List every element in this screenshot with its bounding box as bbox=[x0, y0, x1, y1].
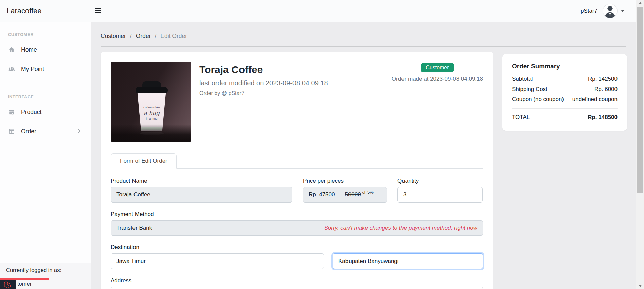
total-label: TOTAL bbox=[512, 114, 530, 121]
price-current: Rp. 47500 bbox=[309, 191, 335, 198]
sidebar-item-home[interactable]: Home bbox=[0, 43, 91, 56]
breadcrumb-separator: / bbox=[155, 33, 156, 40]
home-icon bbox=[8, 46, 15, 53]
scroll-down-button[interactable] bbox=[636, 283, 644, 289]
destination-province-field[interactable] bbox=[111, 253, 324, 269]
summary-value: undefined coupon bbox=[572, 96, 618, 103]
price-discount: 5% bbox=[367, 190, 374, 195]
summary-label: Shipping Cost bbox=[512, 86, 547, 93]
sidebar-item-order[interactable]: Order bbox=[0, 125, 91, 138]
store-icon bbox=[8, 108, 15, 116]
app-brand: Laracoffee bbox=[7, 0, 42, 22]
tab-form-of-edit-order[interactable]: Form of Edit Order bbox=[111, 153, 177, 169]
order-by-text: Order by @ pStar7 bbox=[199, 90, 328, 96]
summary-row-coupon: Coupon (no coupon) undefined coupon bbox=[512, 96, 618, 103]
order-made-text: Order made at 2023-09-08 04:09:18 bbox=[392, 76, 483, 82]
product-name-label: Product Name bbox=[111, 178, 292, 184]
breadcrumb-customer[interactable]: Customer bbox=[101, 33, 126, 40]
status-badge: Customer bbox=[421, 63, 454, 72]
quantity-label: Quantity bbox=[397, 178, 483, 184]
sidebar-item-label: Home bbox=[21, 46, 37, 53]
edit-order-card: coffee is like a hug in a mug Toraja Cof… bbox=[101, 52, 493, 289]
summary-value: Rp. 142500 bbox=[588, 76, 618, 82]
destination-city-field[interactable] bbox=[333, 253, 483, 269]
address-field[interactable] bbox=[111, 287, 483, 289]
address-label: Address bbox=[111, 277, 483, 284]
total-value: Rp. 148500 bbox=[588, 114, 618, 121]
product-image: coffee is like a hug in a mug bbox=[111, 62, 191, 142]
summary-row-shipping: Shipping Cost Rp. 6000 bbox=[512, 86, 618, 93]
logged-in-as-label: Currently logged in as: bbox=[6, 267, 61, 273]
product-name-field bbox=[111, 187, 292, 203]
main-content: Customer / Order / Edit Order coffee is … bbox=[91, 22, 636, 289]
sidebar-item-product[interactable]: Product bbox=[0, 105, 91, 119]
cup-text: a hug bbox=[144, 110, 160, 116]
vertical-scrollbar[interactable] bbox=[636, 0, 644, 289]
breadcrumb-order[interactable]: Order bbox=[136, 33, 151, 40]
quantity-field[interactable] bbox=[397, 187, 483, 203]
users-icon bbox=[8, 65, 15, 73]
summary-row-subtotal: Subtotal Rp. 142500 bbox=[512, 76, 618, 82]
sidebar-heading-customer: CUSTOMER bbox=[8, 32, 91, 37]
logged-in-role-label: tomer bbox=[17, 281, 32, 287]
sidebar-item-label: My Point bbox=[21, 66, 44, 73]
caret-down-icon[interactable] bbox=[621, 10, 624, 12]
payment-warning-text: Sorry, can't make changes to the payment… bbox=[324, 225, 477, 231]
payment-method-value: Transfer Bank bbox=[116, 225, 152, 231]
payment-method-field: Transfer Bank Sorry, can't make changes … bbox=[111, 220, 483, 236]
summary-label: Coupon (no coupon) bbox=[512, 96, 564, 103]
order-summary-card: Order Summary Subtotal Rp. 142500 Shippi… bbox=[502, 54, 627, 131]
sidebar-item-label: Product bbox=[21, 109, 41, 116]
table-columns-icon bbox=[8, 128, 15, 135]
laravel-debugbar-icon[interactable] bbox=[0, 280, 16, 289]
hamburger-menu-icon[interactable] bbox=[95, 8, 101, 14]
price-label: Price per pieces bbox=[303, 178, 387, 184]
tab-bar: Form of Edit Order bbox=[111, 153, 483, 169]
person-silhouette-icon bbox=[603, 4, 617, 18]
username-label: pStar7 bbox=[581, 8, 597, 14]
edit-order-form: Product Name Price per pieces Rp. 47500 … bbox=[111, 178, 483, 289]
breadcrumb: Customer / Order / Edit Order bbox=[101, 33, 626, 40]
sidebar-item-label: Order bbox=[21, 128, 36, 135]
sidebar-heading-interface: INTERFACE bbox=[8, 95, 91, 99]
sidebar: CUSTOMER Home My Point INTERFACE Product bbox=[0, 22, 91, 289]
price-old: 50000 bbox=[345, 191, 361, 198]
summary-value: Rp. 6000 bbox=[594, 86, 618, 93]
top-navbar: Laracoffee pStar7 bbox=[0, 0, 636, 22]
price-field: Rp. 47500 50000 of 5% bbox=[303, 187, 387, 203]
scrollbar-thumb[interactable] bbox=[637, 7, 643, 193]
price-of: of bbox=[362, 190, 365, 194]
navbar-user-area: pStar7 bbox=[581, 0, 624, 22]
payment-method-label: Payment Method bbox=[111, 211, 483, 218]
page-title: Toraja Coffee bbox=[199, 64, 328, 75]
summary-total-row: TOTAL Rp. 148500 bbox=[512, 114, 618, 121]
avatar[interactable] bbox=[603, 4, 618, 18]
cup-text: coffee is like bbox=[143, 106, 160, 109]
summary-divider bbox=[512, 108, 618, 109]
scroll-up-button[interactable] bbox=[636, 0, 644, 6]
order-summary-title: Order Summary bbox=[512, 63, 618, 70]
sidebar-item-my-point[interactable]: My Point bbox=[0, 62, 91, 76]
last-modified-text: last order modified on 2023-09-08 04:09:… bbox=[199, 79, 328, 87]
chevron-right-icon bbox=[77, 128, 82, 135]
breadcrumb-divider bbox=[101, 46, 626, 47]
destination-label: Destination bbox=[111, 244, 483, 251]
sidebar-footer: Currently logged in as: tomer bbox=[0, 263, 91, 289]
breadcrumb-active: Edit Order bbox=[160, 33, 187, 40]
breadcrumb-separator: / bbox=[130, 33, 132, 40]
cup-text: in a mug bbox=[146, 117, 158, 120]
summary-label: Subtotal bbox=[512, 76, 533, 82]
coffee-cup-illustration: coffee is like a hug in a mug bbox=[135, 81, 168, 131]
